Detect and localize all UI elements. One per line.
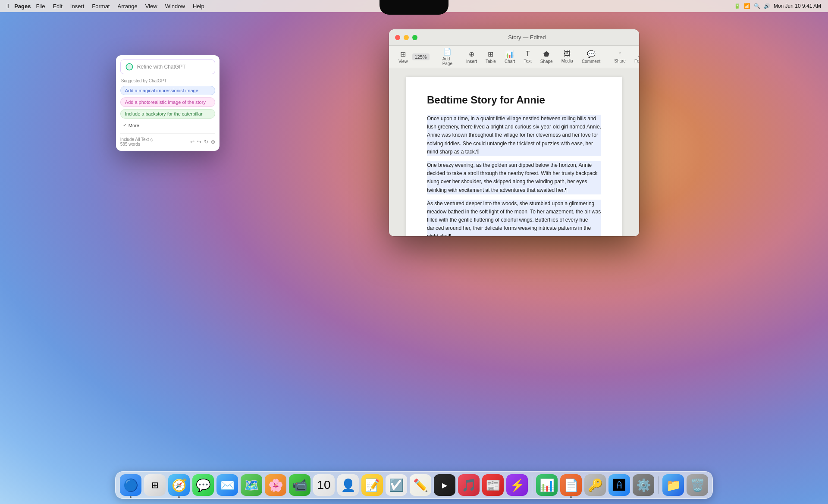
trash-icon: 🗑️ bbox=[690, 478, 705, 492]
chart-icon: 📊 bbox=[505, 50, 514, 58]
dock-item-facetime[interactable]: 📹 bbox=[289, 474, 310, 496]
freeform-icon: ✏️ bbox=[413, 478, 428, 492]
menu-arrange[interactable]: Arrange bbox=[114, 2, 141, 10]
dock-item-contacts[interactable]: 👤 bbox=[337, 474, 359, 496]
more-button[interactable]: ✓ More bbox=[120, 121, 215, 130]
dock-container: 🔵 ⊞ 🧭 💬 ✉️ 🗺️ bbox=[115, 471, 713, 499]
zoom-level[interactable]: 125% bbox=[412, 53, 430, 60]
word-count: 585 words bbox=[120, 142, 154, 147]
footer-actions: ↩ ↪ ↻ ⊕ bbox=[190, 139, 215, 145]
siri-icon[interactable]: 🔊 bbox=[764, 3, 770, 9]
minimize-button[interactable] bbox=[404, 35, 409, 40]
view-label: View bbox=[398, 59, 408, 64]
toolbar-shape[interactable]: ⬟ Shape bbox=[536, 48, 557, 66]
dock-item-shortcuts[interactable]: ⚡ bbox=[506, 474, 528, 496]
suggestions-label: Suggested by ChatGPT bbox=[120, 78, 215, 83]
dock-item-appstore[interactable]: 🅰 bbox=[608, 474, 630, 496]
toolbar-comment[interactable]: 💬 Comment bbox=[577, 48, 605, 66]
toolbar-chart[interactable]: 📊 Chart bbox=[500, 48, 519, 66]
toolbar-media[interactable]: 🖼 Media bbox=[557, 48, 577, 65]
menu-view[interactable]: View bbox=[142, 2, 161, 10]
chatgpt-input-placeholder[interactable]: Refine with ChatGPT bbox=[137, 64, 210, 70]
redo-icon[interactable]: ↪ bbox=[197, 139, 201, 145]
menu-edit[interactable]: Edit bbox=[49, 2, 66, 10]
doc-para-2: One breezy evening, as the golden sun di… bbox=[427, 161, 601, 194]
text-icon: T bbox=[526, 50, 530, 58]
media-icon: 🖼 bbox=[564, 50, 571, 58]
toolbar-insert[interactable]: ⊕ Insert bbox=[462, 48, 481, 66]
reminders-icon: ☑️ bbox=[389, 478, 404, 492]
format-label: Format bbox=[634, 59, 639, 63]
photos-icon: 🌸 bbox=[268, 478, 283, 492]
refresh-icon[interactable]: ↻ bbox=[204, 139, 208, 145]
facetime-icon: 📹 bbox=[292, 478, 307, 492]
doc-para-1: Once upon a time, in a quaint little vil… bbox=[427, 115, 601, 156]
finder2-icon: 📁 bbox=[666, 478, 681, 492]
dock-item-safari[interactable]: 🧭 bbox=[168, 474, 190, 496]
chart-label: Chart bbox=[505, 59, 515, 64]
dock-item-calendar[interactable]: 10 bbox=[313, 474, 335, 496]
dock-item-maps[interactable]: 🗺️ bbox=[241, 474, 262, 496]
dock-item-freeform[interactable]: ✏️ bbox=[410, 474, 431, 496]
pages-window: Story — Edited ⊞ View 125% 📄 Add Page bbox=[389, 29, 639, 236]
keychain-icon: 🔑 bbox=[588, 478, 603, 492]
dock-item-appletv[interactable]: ▶ bbox=[434, 474, 455, 496]
notes-icon: 📝 bbox=[365, 478, 380, 492]
dock-item-reminders[interactable]: ☑️ bbox=[386, 474, 407, 496]
safari-dot bbox=[178, 496, 180, 498]
maximize-button[interactable] bbox=[412, 35, 417, 40]
suggestion-chip-1[interactable]: Add a magical impressionist image bbox=[120, 86, 215, 95]
dock-item-numbers[interactable]: 📊 bbox=[536, 474, 558, 496]
app-name[interactable]: Pages bbox=[14, 3, 31, 9]
appletv-icon: ▶ bbox=[442, 481, 447, 489]
dock-item-finder2[interactable]: 📁 bbox=[662, 474, 684, 496]
media-label: Media bbox=[561, 59, 573, 63]
finder-icon: 🔵 bbox=[123, 478, 138, 492]
close-button[interactable] bbox=[395, 35, 400, 40]
chatgpt-search-bar[interactable]: Refine with ChatGPT bbox=[120, 59, 215, 74]
wifi-icon: 📶 bbox=[744, 3, 750, 9]
dock-item-pages[interactable]: 📄 bbox=[560, 474, 582, 496]
panel-footer: Include All Text ◇ 585 words ↩ ↪ ↻ ⊕ bbox=[120, 133, 215, 147]
apple-menu[interactable]:  bbox=[7, 3, 9, 9]
dock-item-messages[interactable]: 💬 bbox=[192, 474, 214, 496]
dock-item-syspreferences[interactable]: ⚙️ bbox=[633, 474, 654, 496]
shortcuts-icon: ⚡ bbox=[510, 478, 525, 492]
toolbar-add-page[interactable]: 📄 Add Page bbox=[438, 46, 457, 68]
dock-item-trash[interactable]: 🗑️ bbox=[687, 474, 708, 496]
suggestion-chip-2[interactable]: Add a photorealistic image of the story bbox=[120, 97, 215, 107]
table-label: Table bbox=[486, 59, 496, 64]
dock-item-launchpad[interactable]: ⊞ bbox=[144, 474, 166, 496]
share-icon: ↑ bbox=[618, 50, 622, 58]
format-icon: 🖌 bbox=[638, 50, 639, 58]
document-area[interactable]: Bedtime Story for Annie Once upon a time… bbox=[389, 68, 639, 236]
toolbar-view[interactable]: ⊞ View bbox=[394, 48, 412, 66]
dock-item-mail[interactable]: ✉️ bbox=[216, 474, 238, 496]
menu-help[interactable]: Help bbox=[189, 2, 208, 10]
add-icon[interactable]: ⊕ bbox=[211, 139, 215, 145]
toolbar-share[interactable]: ↑ Share bbox=[610, 48, 630, 65]
dock-item-keychain[interactable]: 🔑 bbox=[584, 474, 606, 496]
search-icon[interactable]: 🔍 bbox=[754, 3, 760, 9]
toolbar-format[interactable]: 🖌 Format bbox=[630, 48, 639, 65]
dock-item-news[interactable]: 📰 bbox=[482, 474, 504, 496]
toolbar-table[interactable]: ⊞ Table bbox=[481, 48, 500, 66]
menu-format[interactable]: Format bbox=[88, 2, 113, 10]
appstore-icon: 🅰 bbox=[613, 478, 625, 492]
menu-window[interactable]: Window bbox=[162, 2, 188, 10]
undo-icon[interactable]: ↩ bbox=[190, 139, 194, 145]
dock-item-finder[interactable]: 🔵 bbox=[120, 474, 141, 496]
dock-item-photos[interactable]: 🌸 bbox=[265, 474, 286, 496]
menu-file[interactable]: File bbox=[32, 2, 48, 10]
toolbar-text[interactable]: T Text bbox=[519, 48, 536, 65]
dock-item-music[interactable]: 🎵 bbox=[458, 474, 480, 496]
suggestion-chip-3[interactable]: Include a backstory for the caterpillar bbox=[120, 109, 215, 119]
comment-label: Comment bbox=[582, 59, 600, 64]
menu-insert[interactable]: Insert bbox=[67, 2, 88, 10]
dock-item-notes[interactable]: 📝 bbox=[361, 474, 383, 496]
shape-label: Shape bbox=[540, 59, 553, 64]
window-titlebar: Story — Edited bbox=[389, 29, 639, 46]
chatgpt-panel: Refine with ChatGPT Suggested by ChatGPT… bbox=[116, 55, 220, 151]
news-icon: 📰 bbox=[486, 478, 501, 492]
menubar-right: 🔋 📶 🔍 🔊 Mon Jun 10 9:41 AM bbox=[734, 3, 821, 9]
